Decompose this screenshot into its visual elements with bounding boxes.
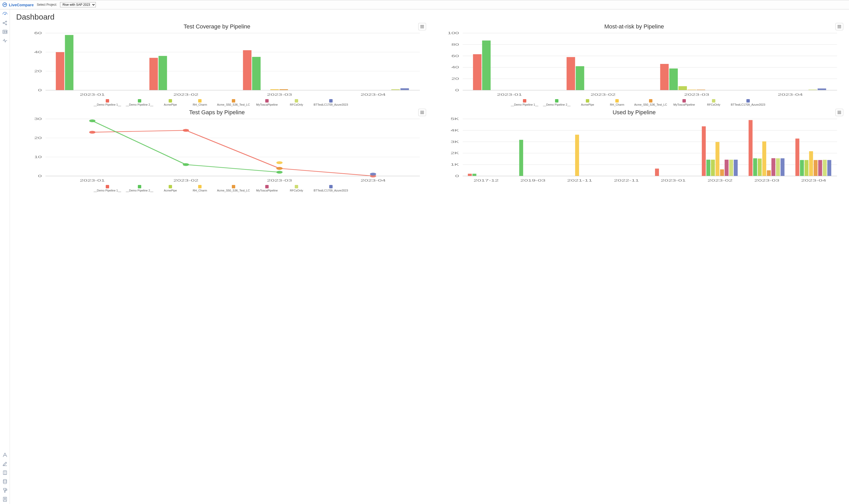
legend-item[interactable]: RH_Charm xyxy=(605,99,629,106)
svg-text:20: 20 xyxy=(451,77,459,80)
share-icon[interactable] xyxy=(2,20,8,26)
legend-item[interactable]: RFCsOnly xyxy=(284,185,309,192)
dashboard-icon[interactable] xyxy=(2,11,8,17)
chart-title: Test Gaps by Pipeline xyxy=(16,109,418,116)
legend-item[interactable]: __Demo Pipeline 1__ xyxy=(94,185,121,192)
legend-label: AcmePipe xyxy=(164,189,177,192)
svg-text:40: 40 xyxy=(34,51,42,54)
paint-icon[interactable] xyxy=(2,487,8,493)
svg-text:5K: 5K xyxy=(451,118,459,121)
chart-card-most-at-risk: Most-at-risk by Pipeline0204060801002023… xyxy=(433,23,843,106)
chart-menu-button[interactable] xyxy=(418,109,426,116)
chart-plot-most-at-risk[interactable]: 0204060801002023-012023-022023-032023-04 xyxy=(433,30,843,98)
svg-rect-26 xyxy=(65,35,74,90)
chart-legend: __Demo Pipeline 1____Demo Pipeline 2__Ac… xyxy=(16,99,426,106)
legend-label: MyToscaPipeline xyxy=(673,103,695,106)
legend-item[interactable]: __Demo Pipeline 2__ xyxy=(543,99,570,106)
legend-item[interactable]: MyToscaPipeline xyxy=(255,99,279,106)
compass-icon[interactable] xyxy=(2,452,8,458)
legend-item[interactable]: RFCsOnly xyxy=(284,99,309,106)
legend-item[interactable]: RH_Charm xyxy=(188,99,212,106)
svg-text:2023-03: 2023-03 xyxy=(684,93,709,96)
svg-point-79 xyxy=(183,163,189,166)
legend-item[interactable]: BTTestLC1709_Azure2023 xyxy=(731,99,765,106)
legend-item[interactable]: Acme_S50_S36_Test_LC xyxy=(634,99,667,106)
svg-rect-132 xyxy=(781,158,784,176)
svg-point-83 xyxy=(370,173,376,176)
svg-text:100: 100 xyxy=(448,32,459,35)
legend-item[interactable]: RH_Charm xyxy=(188,185,212,192)
svg-text:3K: 3K xyxy=(451,140,459,143)
svg-point-78 xyxy=(89,120,96,122)
legend-item[interactable]: __Demo Pipeline 2__ xyxy=(126,185,153,192)
svg-rect-129 xyxy=(776,158,780,176)
legend-label: BTTestLC1709_Azure2023 xyxy=(731,103,765,106)
svg-rect-124 xyxy=(814,160,818,176)
chart-plot-used[interactable]: 01K2K3K4K5K2017-122019-032021-112022-112… xyxy=(433,116,843,184)
legend-item[interactable]: BTTestLC1709_Azure2023 xyxy=(314,185,348,192)
svg-rect-29 xyxy=(271,89,279,90)
legend-item[interactable]: Acme_S50_S36_Test_LC xyxy=(217,185,250,192)
legend-item[interactable]: __Demo Pipeline 2__ xyxy=(126,99,153,106)
svg-text:0: 0 xyxy=(38,174,42,178)
svg-text:2023-01: 2023-01 xyxy=(80,179,105,182)
legend-item[interactable]: MyToscaPipeline xyxy=(672,99,696,106)
svg-text:30: 30 xyxy=(34,118,42,121)
svg-rect-116 xyxy=(758,159,762,176)
legend-item[interactable]: MyToscaPipeline xyxy=(255,185,279,192)
user-icon[interactable] xyxy=(2,496,8,502)
legend-item[interactable]: AcmePipe xyxy=(575,99,600,106)
svg-rect-60 xyxy=(818,88,826,90)
legend-item[interactable]: __Demo Pipeline 1__ xyxy=(511,99,538,106)
svg-rect-128 xyxy=(729,160,733,176)
svg-text:2K: 2K xyxy=(451,151,459,155)
svg-text:80: 80 xyxy=(451,43,459,46)
chart-menu-button[interactable] xyxy=(835,23,843,30)
news-icon[interactable] xyxy=(2,29,8,35)
legend-item[interactable]: Acme_S50_S36_Test_LC xyxy=(217,99,250,106)
svg-text:20: 20 xyxy=(34,70,42,73)
legend-swatch xyxy=(616,99,619,103)
svg-text:20: 20 xyxy=(34,137,42,140)
svg-rect-123 xyxy=(767,170,771,176)
svg-text:2023-03: 2023-03 xyxy=(267,179,292,182)
legend-item[interactable]: __Demo Pipeline 1__ xyxy=(94,99,121,106)
legend-swatch xyxy=(169,99,172,103)
svg-rect-106 xyxy=(655,168,659,176)
database-icon[interactable] xyxy=(2,479,8,485)
legend-label: RFCsOnly xyxy=(290,103,303,106)
svg-text:2023-02: 2023-02 xyxy=(708,179,732,182)
chart-menu-button[interactable] xyxy=(418,23,426,30)
project-select[interactable]: Rise with SAP 2023 xyxy=(60,2,96,7)
legend-label: Acme_S50_S36_Test_LC xyxy=(634,103,667,106)
legend-item[interactable]: BTTestLC1709_Azure2023 xyxy=(314,99,348,106)
svg-rect-114 xyxy=(800,160,804,176)
svg-rect-25 xyxy=(243,50,252,90)
svg-text:2023-04: 2023-04 xyxy=(778,93,803,96)
svg-text:2023-03: 2023-03 xyxy=(754,179,779,182)
legend-item[interactable]: AcmePipe xyxy=(158,99,183,106)
legend-swatch xyxy=(329,99,333,103)
svg-rect-119 xyxy=(715,142,720,176)
svg-rect-28 xyxy=(252,57,261,90)
activity-icon[interactable] xyxy=(2,38,8,44)
legend-swatch xyxy=(232,99,235,103)
legend-item[interactable]: RFCsOnly xyxy=(701,99,726,106)
legend-swatch xyxy=(586,99,589,103)
legend-label: RH_Charm xyxy=(193,189,207,192)
legend-item[interactable]: AcmePipe xyxy=(158,185,183,192)
edit-icon[interactable] xyxy=(2,461,8,467)
chart-menu-button[interactable] xyxy=(835,109,843,116)
svg-text:2023-04: 2023-04 xyxy=(361,179,386,182)
legend-label: BTTestLC1709_Azure2023 xyxy=(314,189,348,192)
svg-text:60: 60 xyxy=(34,32,42,35)
book-icon[interactable] xyxy=(2,470,8,476)
chart-plot-test-coverage[interactable]: 02040602023-012023-022023-032023-04 xyxy=(16,30,426,98)
svg-rect-32 xyxy=(400,88,409,90)
project-label: Select Project: xyxy=(37,3,57,6)
svg-rect-23 xyxy=(56,52,65,90)
svg-text:2023-01: 2023-01 xyxy=(661,179,686,182)
chart-plot-test-gaps[interactable]: 01020302023-012023-022023-032023-04 xyxy=(16,116,426,184)
chart-card-test-coverage: Test Coverage by Pipeline02040602023-012… xyxy=(16,23,426,106)
brand[interactable]: LiveCompare xyxy=(2,2,34,7)
